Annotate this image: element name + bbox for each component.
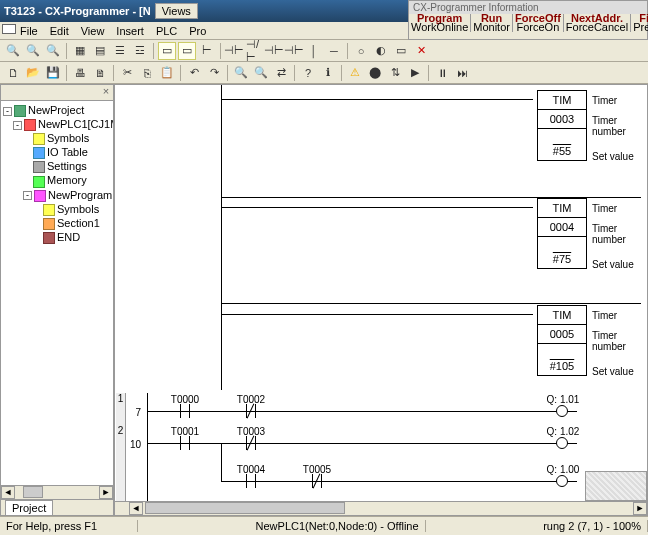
cut-icon[interactable]: ✂	[118, 64, 136, 82]
save-icon[interactable]: 💾	[44, 64, 62, 82]
sel1-icon[interactable]: ▭	[158, 42, 176, 60]
tree-close-icon[interactable]: ×	[99, 85, 113, 100]
menu-plc[interactable]: PLC	[150, 23, 183, 39]
tree-plc[interactable]: NewPLC1[CJ1M] O	[38, 118, 113, 130]
status-bar: For Help, press F1 NewPLC1(Net:0,Node:0)…	[0, 516, 648, 534]
ladder-editor[interactable]: TIM 0003 #55 Timer Timer number Set valu…	[114, 84, 648, 516]
scroll-left-icon[interactable]: ◄	[129, 502, 143, 515]
rung-icon[interactable]: ⊢	[198, 42, 216, 60]
output-coil[interactable]	[556, 405, 568, 417]
app-title: T3123 - CX-Programmer - [N	[4, 5, 151, 17]
timer-block-1[interactable]: TIM 0004 #75	[537, 198, 587, 269]
online-icon[interactable]: ⬤	[366, 64, 384, 82]
contact-nc[interactable]	[244, 404, 258, 418]
views-tab[interactable]: Views	[155, 3, 198, 19]
menu-insert[interactable]: Insert	[110, 23, 150, 39]
zoom-out-icon[interactable]: 🔍	[24, 42, 42, 60]
toolbar-2: 🗋 📂 💾 🖶 🗎 ✂ ⎘ 📋 ↶ ↷ 🔍 🔍 ⇄ ? ℹ ⚠ ⬤ ⇅ ▶ ⏸ …	[0, 62, 648, 84]
sel2-icon[interactable]: ▭	[178, 42, 196, 60]
pause-icon[interactable]: ⏸	[433, 64, 451, 82]
zoom-icon[interactable]: 🔍	[4, 42, 22, 60]
contact-nc[interactable]	[310, 474, 324, 488]
print-icon[interactable]: 🖶	[71, 64, 89, 82]
rung-rail	[147, 393, 148, 503]
step-icon[interactable]: ⏭	[453, 64, 471, 82]
contact-no-icon[interactable]: ⊣⊢	[225, 42, 243, 60]
func-icon[interactable]: ▭	[392, 42, 410, 60]
transfer-icon[interactable]: ⇅	[386, 64, 404, 82]
grid2-icon[interactable]: ▤	[91, 42, 109, 60]
contact-nc-icon[interactable]: ⊣/⊢	[245, 42, 263, 60]
output-coil[interactable]	[556, 437, 568, 449]
contact4-icon[interactable]: ⊣⊢	[285, 42, 303, 60]
paste-icon[interactable]: 📋	[158, 64, 176, 82]
vline-icon[interactable]: │	[305, 42, 323, 60]
info-panel: CX-Programmer Information ProgramWorkOnl…	[408, 0, 648, 40]
timer-block-0[interactable]: TIM 0003 #55	[537, 90, 587, 161]
contact[interactable]	[178, 404, 192, 418]
monitor-icon[interactable]: ▶	[406, 64, 424, 82]
tree-end[interactable]: END	[57, 231, 80, 243]
find2-icon[interactable]: 🔍	[252, 64, 270, 82]
coil2-icon[interactable]: ◐	[372, 42, 390, 60]
project-tab[interactable]: Project	[5, 500, 53, 515]
tree-settings[interactable]: Settings	[47, 160, 87, 172]
contact[interactable]	[244, 474, 258, 488]
open-icon[interactable]: 📂	[24, 64, 42, 82]
replace-icon[interactable]: ⇄	[272, 64, 290, 82]
tree-section1[interactable]: Section1	[57, 217, 100, 229]
tree-program[interactable]: NewProgram1 (	[48, 189, 113, 201]
menu-view[interactable]: View	[75, 23, 111, 39]
project-tree[interactable]: -NewProject -NewPLC1[CJ1M] O Symbols IO …	[1, 101, 113, 485]
scroll-right-icon[interactable]: ►	[633, 502, 647, 515]
contact-nc[interactable]	[244, 436, 258, 450]
del-icon[interactable]: ✕	[412, 42, 430, 60]
warn-icon[interactable]: ⚠	[346, 64, 364, 82]
project-tree-pane: × -NewProject -NewPLC1[CJ1M] O Symbols I…	[0, 84, 114, 516]
help-icon[interactable]: ?	[299, 64, 317, 82]
tree-prog-symbols[interactable]: Symbols	[57, 203, 99, 215]
tree-iotable[interactable]: IO Table	[47, 146, 88, 158]
hline-icon[interactable]: ─	[325, 42, 343, 60]
find-icon[interactable]: 🔍	[232, 64, 250, 82]
redo-icon[interactable]: ↷	[205, 64, 223, 82]
tree-root[interactable]: NewProject	[28, 104, 84, 116]
list2-icon[interactable]: ☲	[131, 42, 149, 60]
zoom-fit-icon[interactable]: 🔍	[44, 42, 62, 60]
scroll-right-icon[interactable]: ►	[99, 486, 113, 499]
tree-memory[interactable]: Memory	[47, 174, 87, 186]
status-help: For Help, press F1	[0, 520, 138, 532]
timer-block-2[interactable]: TIM 0005 #105	[537, 305, 587, 376]
new-icon[interactable]: 🗋	[4, 64, 22, 82]
coil-icon[interactable]: ○	[352, 42, 370, 60]
status-connection: NewPLC1(Net:0,Node:0) - Offline	[250, 520, 426, 532]
menu-pro[interactable]: Pro	[183, 23, 212, 39]
contact3-icon[interactable]: ⊣⊢	[265, 42, 283, 60]
window-icon[interactable]	[2, 24, 16, 34]
ladder-hscroll[interactable]: ◄ ►	[115, 501, 647, 515]
undo-icon[interactable]: ↶	[185, 64, 203, 82]
grid-icon[interactable]: ▦	[71, 42, 89, 60]
resize-grip[interactable]	[585, 471, 647, 501]
copy-icon[interactable]: ⎘	[138, 64, 156, 82]
contact[interactable]	[178, 436, 192, 450]
status-position: rung 2 (7, 1) - 100%	[537, 520, 648, 532]
tree-hscroll[interactable]: ◄ ►	[1, 485, 113, 499]
list-icon[interactable]: ☰	[111, 42, 129, 60]
toolbar-1: 🔍 🔍 🔍 ▦ ▤ ☰ ☲ ▭ ▭ ⊢ ⊣⊢ ⊣/⊢ ⊣⊢ ⊣⊢ │ ─ ○ ◐…	[0, 40, 648, 62]
output-coil[interactable]	[556, 475, 568, 487]
left-rail	[221, 85, 222, 390]
menu-edit[interactable]: Edit	[44, 23, 75, 39]
scroll-left-icon[interactable]: ◄	[1, 486, 15, 499]
tree-symbols[interactable]: Symbols	[47, 132, 89, 144]
preview-icon[interactable]: 🗎	[91, 64, 109, 82]
menu-file[interactable]: File	[14, 23, 44, 39]
about-icon[interactable]: ℹ	[319, 64, 337, 82]
